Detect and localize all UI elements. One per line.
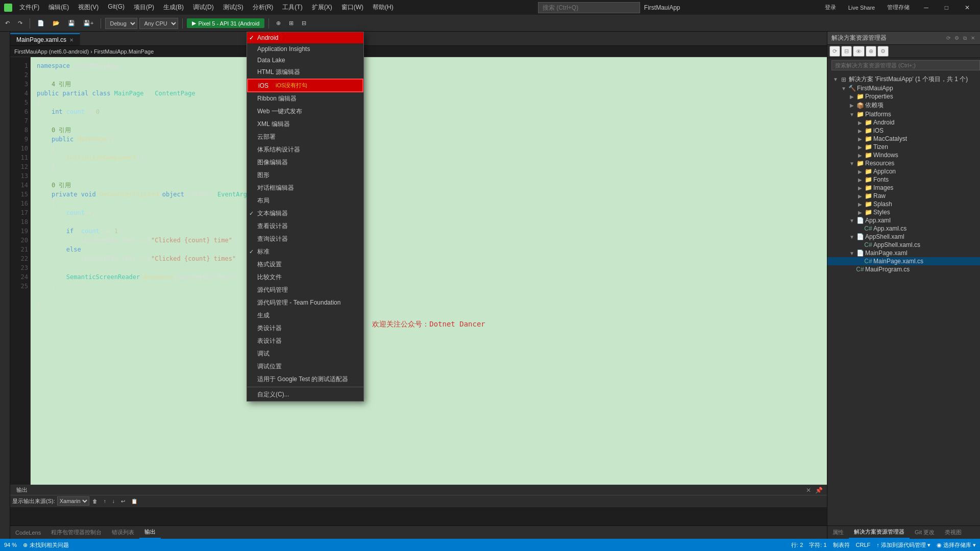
output-clear-btn[interactable]: 🗑 [89, 497, 101, 506]
output-wrap-btn[interactable]: ↩ [118, 497, 128, 506]
tab-output[interactable]: 输出 [139, 526, 161, 539]
menu-file[interactable]: 文件(F) [15, 1, 43, 14]
menu-item-query-designer[interactable]: 查询设计器 [247, 233, 363, 245]
menu-item-class-designer[interactable]: 类设计器 [247, 322, 363, 335]
minimize-button[interactable]: ─ [918, 2, 935, 13]
platform-select[interactable]: Any CPU [139, 18, 178, 29]
menu-item-graphics[interactable]: 图形 [247, 169, 363, 182]
search-solution-input[interactable] [831, 60, 980, 70]
menu-window[interactable]: 窗口(W) [337, 1, 368, 14]
extra-toolbar-btn-2[interactable]: ⊞ [286, 18, 297, 28]
menu-item-data-lake[interactable]: Data Lake [247, 55, 363, 66]
code-content[interactable]: namespace FirstMauiApp; 4 引用 public part… [31, 57, 827, 485]
maximize-button[interactable]: □ [939, 2, 954, 13]
panel-float-btn[interactable]: ⧉ [962, 34, 968, 42]
menu-item-xml-editor[interactable]: XML 编辑器 [247, 118, 363, 131]
menu-item-compare-files[interactable]: 比较文件 [247, 271, 363, 284]
manage-storage-button[interactable]: 管理存储 [883, 2, 914, 13]
status-zoom[interactable]: 94 % [4, 542, 17, 548]
tree-item-tizen[interactable]: ▶ 📁 Tizen [827, 143, 980, 151]
menu-item-image-editor[interactable]: 图像编辑器 [247, 156, 363, 169]
menu-item-text-editor[interactable]: 文本编辑器 [247, 207, 363, 220]
menu-edit[interactable]: 编辑(E) [44, 1, 73, 14]
menu-item-build[interactable]: 生成 [247, 309, 363, 322]
status-select-repo[interactable]: ◉ 选择存储库 ▾ [937, 541, 976, 549]
login-button[interactable]: 登录 [821, 2, 840, 13]
output-source-select[interactable]: Xamarin [57, 496, 89, 506]
output-close-btn[interactable]: ✕ [806, 487, 813, 494]
menu-item-cloud-deploy[interactable]: 云部署 [247, 131, 363, 143]
menu-item-android[interactable]: ✓ Android [247, 32, 363, 43]
solution-root-item[interactable]: ▼ ⊞ 解决方案 'FirstMauiApp' (1 个项目，共 1 个) [827, 74, 980, 84]
tree-item-resources[interactable]: ▼ 📁 Resources [827, 159, 980, 167]
menu-item-google-test[interactable]: 适用于 Google Test 的测试适配器 [247, 373, 363, 386]
menu-item-ribbon-editor[interactable]: Ribbon 编辑器 [247, 92, 363, 105]
menu-help[interactable]: 帮助(H) [369, 1, 398, 14]
tree-item-windows[interactable]: ▶ 📁 Windows [827, 151, 980, 159]
project-root-item[interactable]: ▼ 🔨 FirstMauiApp [827, 84, 980, 92]
menu-item-view-designer[interactable]: 查看设计器 [247, 220, 363, 233]
tree-item-styles[interactable]: ▶ 📁 Styles [827, 208, 980, 216]
menu-item-source-control-tf[interactable]: 源代码管理 - Team Foundation [247, 296, 363, 309]
new-file-button[interactable]: 📄 [34, 18, 47, 28]
tree-item-maccatalyst[interactable]: ▶ 📁 MacCatalyst [827, 135, 980, 143]
menu-item-source-control[interactable]: 源代码管理 [247, 284, 363, 296]
panel-settings-btn[interactable]: ⚙ [953, 34, 960, 42]
save-button[interactable]: 💾 [65, 18, 78, 28]
menu-item-web-publish[interactable]: Web 一键式发布 [247, 105, 363, 118]
tree-item-appshell-cs[interactable]: C# AppShell.xaml.cs [827, 241, 980, 249]
menu-item-layout[interactable]: 布局 [247, 194, 363, 207]
breadcrumb-project[interactable]: FirstMauiApp (net6.0-android) [14, 48, 89, 55]
tree-item-properties[interactable]: ▶ 📁 Properties [827, 92, 980, 101]
menu-item-html-editor[interactable]: HTML 源编辑器 [247, 66, 363, 79]
tab-package-manager[interactable]: 程序包管理器控制台 [46, 527, 107, 538]
panel-tab-solution-explorer[interactable]: 解决方案资源管理器 [849, 526, 910, 539]
tree-item-fonts[interactable]: ▶ 📁 Fonts [827, 176, 980, 184]
tree-item-splash[interactable]: ▶ 📁 Splash [827, 200, 980, 208]
sol-filter-btn[interactable]: ⊕ [866, 46, 876, 57]
panel-sync-btn[interactable]: ⟳ [945, 34, 951, 42]
tree-item-mauiprogram[interactable]: C# MauiProgram.cs [827, 265, 980, 273]
run-button[interactable]: ▶ Pixel 5 - API 31 (Android [187, 18, 264, 28]
menu-item-ios[interactable]: iOS iOS没有打勾 [247, 79, 363, 92]
menu-item-format[interactable]: 格式设置 [247, 258, 363, 271]
save-all-button[interactable]: 💾+ [80, 18, 96, 28]
menu-item-arch-designer[interactable]: 体系结构设计器 [247, 143, 363, 156]
panel-tab-class-view[interactable]: 类视图 [940, 527, 967, 538]
menu-analyze[interactable]: 分析(R) [249, 1, 278, 14]
tab-codelens[interactable]: CodeLens [10, 528, 46, 538]
menu-test[interactable]: 测试(S) [219, 1, 248, 14]
tree-item-platforms[interactable]: ▼ 📁 Platforms [827, 110, 980, 118]
debug-config-select[interactable]: Debug [105, 18, 137, 29]
menu-item-debug-location[interactable]: 调试位置 [247, 360, 363, 373]
extra-toolbar-btn-1[interactable]: ⊕ [273, 18, 284, 28]
menu-item-table-designer[interactable]: 表设计器 [247, 335, 363, 347]
tree-item-images[interactable]: ▶ 📁 Images [827, 184, 980, 192]
sol-collapse-btn[interactable]: ⊟ [841, 46, 852, 57]
menu-item-customize[interactable]: 自定义(C)... [247, 388, 363, 401]
search-input[interactable] [538, 2, 640, 13]
output-scroll-down-btn[interactable]: ↓ [109, 497, 118, 506]
output-pin-toolbar-btn[interactable]: 📋 [128, 497, 140, 506]
menu-project[interactable]: 项目(P) [130, 1, 158, 14]
output-scroll-up-btn[interactable]: ↑ [101, 497, 109, 506]
menu-item-application-insights[interactable]: Application Insights [247, 43, 363, 55]
menu-git[interactable]: Git(G) [104, 1, 129, 14]
toolbar-dropdown-menu[interactable]: ✓ Android Application Insights Data Lake… [247, 32, 364, 402]
panel-close-btn[interactable]: ✕ [970, 34, 976, 42]
tab-mainpage-xaml-cs[interactable]: MainPage.xaml.cs ✕ [10, 33, 80, 45]
tree-item-ios[interactable]: ▶ 📁 iOS [827, 127, 980, 135]
sol-sync-btn[interactable]: ⟳ [829, 46, 840, 57]
live-share-button[interactable]: Live Share [844, 3, 879, 13]
output-pin-btn[interactable]: 📌 [815, 487, 825, 494]
tab-error-list[interactable]: 错误列表 [107, 527, 139, 538]
tree-item-app-xaml-cs[interactable]: C# App.xaml.cs [827, 224, 980, 233]
sol-settings-btn[interactable]: ⚙ [877, 46, 889, 57]
menu-item-dialog-editor[interactable]: 对话框编辑器 [247, 182, 363, 194]
tree-item-mainpage-cs[interactable]: C# MainPage.xaml.cs [827, 257, 980, 265]
menu-item-standard[interactable]: 标准 [247, 245, 363, 258]
tree-item-dependencies[interactable]: ▶ 📦 依赖项 [827, 101, 980, 110]
tree-item-appicon[interactable]: ▶ 📁 AppIcon [827, 167, 980, 176]
menu-extensions[interactable]: 扩展(X) [308, 1, 336, 14]
tree-item-android[interactable]: ▶ 📁 Android [827, 118, 980, 127]
